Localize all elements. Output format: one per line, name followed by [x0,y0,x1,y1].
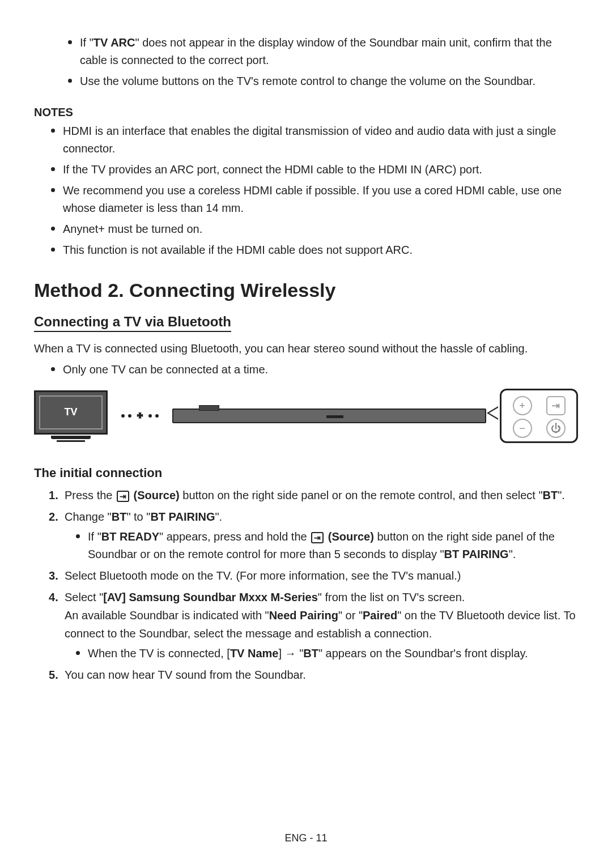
sub-title: Connecting a TV via Bluetooth [34,314,231,332]
bullet-text: Only one TV can be connected at a time. [63,361,268,378]
intro-bullet-list: Only one TV can be connected at a time. [51,361,578,378]
tv-base [57,440,85,442]
step-5: You can now hear TV sound from the Sound… [49,666,578,684]
power-icon: ⏻ [546,419,566,438]
bullet-icon [76,534,80,538]
notes-list: HDMI is an interface that enables the di… [51,122,578,259]
page-content: If "TV ARC" does not appear in the displ… [34,34,578,684]
bullet-icon [76,651,80,655]
section-title: Method 2. Connecting Wirelessly [34,279,578,301]
bluetooth-signal: ᛭ [121,406,159,426]
signal-dot [128,414,131,418]
list-item: If "TV ARC" does not appear in the displ… [68,34,578,69]
list-item: HDMI is an interface that enables the di… [51,122,578,158]
bluetooth-icon: ᛭ [135,406,145,426]
list-item: If the TV provides an ARC port, connect … [51,161,578,178]
step-3: Select Bluetooth mode on the TV. (For mo… [49,567,578,585]
bullet-icon [51,367,55,371]
list-item: If "BT READY" appears, press and hold th… [76,528,578,563]
bullet-text: Use the volume buttons on the TV's remot… [80,73,536,90]
bullet-icon [51,167,55,171]
intro-text: When a TV is connected using Bluetooth, … [34,340,578,358]
bullet-text: When the TV is connected, [TV Name] → "B… [88,645,528,662]
list-item: This function is not available if the HD… [51,241,578,259]
step-4: Select "[AV] Samsung Soundbar Mxxx M-Ser… [49,588,578,662]
bullet-icon [51,129,55,133]
bullet-text: If "TV ARC" does not appear in the displ… [80,34,578,69]
step-1: Press the ⇥ (Source) button on the right… [49,486,578,504]
tv-label: TV [64,406,77,418]
source-icon: ⇥ [117,491,129,502]
bullet-text: Anynet+ must be turned on. [63,220,202,238]
tv-screen: TV [34,390,108,435]
list-item: Only one TV can be connected at a time. [51,361,578,378]
list-item: Use the volume buttons on the TV's remot… [68,73,578,90]
volume-down-icon: − [513,419,532,438]
list-item: We recommend you use a coreless HDMI cab… [51,182,578,217]
bullet-text: If the TV provides an ARC port, connect … [63,161,482,178]
signal-dot [121,414,125,418]
initial-connection-title: The initial connection [34,466,578,480]
notes-heading: NOTES [34,106,578,119]
top-bullet-list: If "TV ARC" does not appear in the displ… [68,34,578,90]
step-4-sub-list: When the TV is connected, [TV Name] → "B… [76,645,578,662]
bullet-icon [51,248,55,252]
bullet-icon [51,227,55,231]
steps-list: Press the ⇥ (Source) button on the right… [49,486,578,684]
tv-illustration: TV [34,390,108,442]
bullet-text: HDMI is an interface that enables the di… [63,122,578,158]
list-item: Anynet+ must be turned on. [51,220,578,238]
bullet-icon [51,188,55,192]
signal-dot [148,414,152,418]
source-icon: ⇥ [311,532,324,543]
signal-dot [155,414,159,418]
bullet-icon [68,79,72,83]
soundbar-illustration [172,409,486,423]
tv-stand [51,436,91,439]
bullet-text: We recommend you use a coreless HDMI cab… [63,182,578,217]
step-2-sub-list: If "BT READY" appears, press and hold th… [76,528,578,563]
step-2: Change "BT" to "BT PAIRING". If "BT READ… [49,508,578,563]
source-icon: ⇥ [546,396,566,415]
bullet-text: This function is not available if the HD… [63,241,413,259]
list-item: When the TV is connected, [TV Name] → "B… [76,645,578,662]
bullet-icon [68,40,72,44]
bullet-text: If "BT READY" appears, press and hold th… [88,528,578,563]
page-footer: ENG - 11 [0,832,612,844]
bluetooth-diagram: TV ᛭ + ⇥ − ⏻ [34,389,578,443]
side-panel-illustration: + ⇥ − ⏻ [500,389,578,443]
volume-up-icon: + [513,396,532,415]
